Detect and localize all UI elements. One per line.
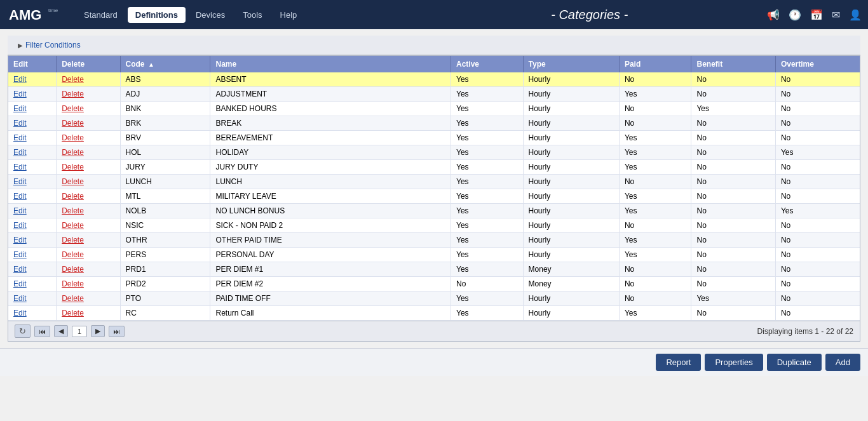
name-cell: PERSONAL DAY	[210, 248, 451, 262]
edit-cell: Edit	[8, 204, 57, 218]
edit-link[interactable]: Edit	[13, 90, 27, 98]
megaphone-icon[interactable]: 📢	[767, 9, 780, 21]
type-cell: Hourly	[523, 189, 619, 204]
edit-link[interactable]: Edit	[13, 192, 27, 201]
delete-link[interactable]: Delete	[62, 192, 84, 201]
edit-link[interactable]: Edit	[13, 236, 27, 244]
nav-standard[interactable]: Standard	[76, 7, 125, 23]
first-page-button[interactable]: ⏮	[34, 326, 50, 337]
delete-cell: Delete	[57, 189, 120, 204]
col-header-code[interactable]: Code ▲	[120, 56, 210, 72]
delete-link[interactable]: Delete	[62, 104, 84, 113]
edit-link[interactable]: Edit	[13, 279, 27, 288]
edit-link[interactable]: Edit	[13, 206, 27, 215]
edit-link[interactable]: Edit	[13, 250, 27, 259]
benefit-cell: No	[691, 248, 775, 262]
filter-label: Filter Conditions	[25, 41, 81, 50]
delete-link[interactable]: Delete	[62, 75, 84, 84]
user-icon[interactable]: 👤	[849, 9, 862, 21]
table-row: Edit Delete PRD1 PER DIEM #1 Yes Money N…	[8, 262, 860, 277]
col-header-paid[interactable]: Paid	[619, 56, 691, 72]
paid-cell: No	[619, 291, 691, 306]
col-header-overtime[interactable]: Overtime	[775, 56, 860, 72]
benefit-cell: No	[691, 262, 775, 277]
edit-link[interactable]: Edit	[13, 221, 27, 230]
col-header-active[interactable]: Active	[451, 56, 523, 72]
edit-cell: Edit	[8, 291, 57, 306]
edit-link[interactable]: Edit	[13, 294, 27, 303]
delete-link[interactable]: Delete	[62, 236, 84, 244]
col-header-edit[interactable]: Edit	[8, 56, 57, 72]
table-scroll-wrapper[interactable]: Edit Delete Code ▲ Name Active Type Paid…	[8, 56, 860, 321]
main-content: ▶ Filter Conditions Edit Delete Code ▲ N…	[0, 29, 868, 348]
last-page-button[interactable]: ⏭	[109, 326, 125, 337]
nav-help[interactable]: Help	[273, 7, 305, 23]
clock-icon[interactable]: 🕐	[789, 9, 801, 21]
edit-link[interactable]: Edit	[13, 104, 27, 113]
delete-link[interactable]: Delete	[62, 119, 84, 128]
delete-cell: Delete	[57, 72, 120, 87]
table-row: Edit Delete PRD2 PER DIEM #2 No Money No…	[8, 277, 860, 291]
refresh-button[interactable]: ↻	[15, 324, 31, 338]
delete-link[interactable]: Delete	[62, 265, 84, 274]
col-header-name[interactable]: Name	[210, 56, 451, 72]
edit-link[interactable]: Edit	[13, 163, 27, 171]
delete-link[interactable]: Delete	[62, 177, 84, 186]
active-cell: Yes	[451, 175, 523, 189]
delete-link[interactable]: Delete	[62, 90, 84, 98]
type-cell: Hourly	[523, 218, 619, 233]
benefit-cell: No	[691, 218, 775, 233]
edit-link[interactable]: Edit	[13, 148, 27, 157]
benefit-cell: No	[691, 116, 775, 131]
properties-button[interactable]: Properties	[705, 354, 763, 371]
delete-link[interactable]: Delete	[62, 133, 84, 142]
nav-devices[interactable]: Devices	[188, 7, 233, 23]
edit-link[interactable]: Edit	[13, 265, 27, 274]
report-button[interactable]: Report	[656, 354, 701, 371]
overtime-cell: No	[775, 306, 860, 321]
code-cell: JURY	[120, 160, 210, 175]
edit-link[interactable]: Edit	[13, 133, 27, 142]
delete-link[interactable]: Delete	[62, 163, 84, 171]
benefit-cell: No	[691, 306, 775, 321]
add-button[interactable]: Add	[825, 354, 860, 371]
next-page-button[interactable]: ▶	[91, 325, 105, 337]
edit-cell: Edit	[8, 131, 57, 145]
mail-icon[interactable]: ✉	[832, 9, 840, 21]
delete-link[interactable]: Delete	[62, 148, 84, 157]
edit-link[interactable]: Edit	[13, 119, 27, 128]
code-cell: PTO	[120, 291, 210, 306]
logo-area: AMG time	[6, 3, 64, 26]
type-cell: Hourly	[523, 72, 619, 87]
edit-cell: Edit	[8, 262, 57, 277]
table-row: Edit Delete PERS PERSONAL DAY Yes Hourly…	[8, 248, 860, 262]
delete-link[interactable]: Delete	[62, 279, 84, 288]
delete-link[interactable]: Delete	[62, 250, 84, 259]
overtime-cell: Yes	[775, 204, 860, 218]
paid-cell: Yes	[619, 233, 691, 248]
delete-link[interactable]: Delete	[62, 206, 84, 215]
delete-cell: Delete	[57, 102, 120, 116]
delete-link[interactable]: Delete	[62, 294, 84, 303]
col-header-benefit[interactable]: Benefit	[691, 56, 775, 72]
prev-page-button[interactable]: ◀	[54, 325, 68, 337]
benefit-cell: No	[691, 87, 775, 102]
calendar-icon[interactable]: 📅	[810, 9, 823, 21]
overtime-cell: No	[775, 189, 860, 204]
edit-link[interactable]: Edit	[13, 309, 27, 317]
filter-toggle[interactable]: ▶ Filter Conditions	[18, 41, 81, 50]
edit-link[interactable]: Edit	[13, 177, 27, 186]
duplicate-button[interactable]: Duplicate	[767, 354, 822, 371]
delete-link[interactable]: Delete	[62, 221, 84, 230]
nav-tools[interactable]: Tools	[235, 7, 269, 23]
type-cell: Hourly	[523, 306, 619, 321]
nav-definitions[interactable]: Definitions	[128, 7, 186, 23]
edit-cell: Edit	[8, 116, 57, 131]
paid-cell: Yes	[619, 160, 691, 175]
col-header-delete[interactable]: Delete	[57, 56, 120, 72]
col-header-type[interactable]: Type	[523, 56, 619, 72]
delete-link[interactable]: Delete	[62, 309, 84, 317]
edit-link[interactable]: Edit	[13, 75, 27, 84]
page-number-button[interactable]: 1	[72, 326, 87, 337]
name-cell: PER DIEM #1	[210, 262, 451, 277]
